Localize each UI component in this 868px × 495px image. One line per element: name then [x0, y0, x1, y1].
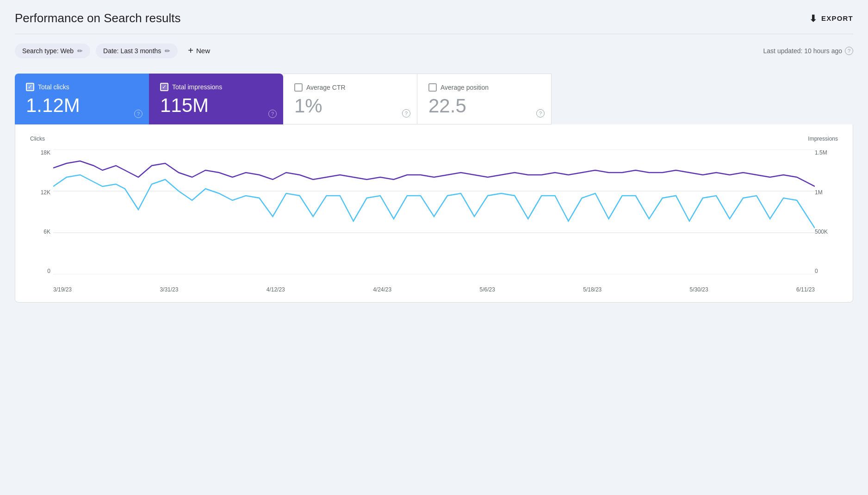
metric-card-total-clicks[interactable]: ✓ Total clicks 1.12M ? [15, 74, 149, 124]
search-type-filter[interactable]: Search type: Web ✏ [15, 43, 90, 58]
y-tick-right-1m: 1M [815, 189, 823, 196]
export-label: EXPORT [821, 14, 853, 22]
total-clicks-help: ? [134, 109, 143, 118]
search-type-label: Search type: Web [22, 47, 74, 55]
page-title: Performance on Search results [15, 11, 180, 25]
average-ctr-checkbox[interactable] [294, 83, 303, 92]
new-filter-button[interactable]: + New [183, 43, 215, 59]
metric-card-total-impressions[interactable]: ✓ Total impressions 115M ? [149, 74, 283, 124]
export-button[interactable]: ⬇ EXPORT [809, 13, 853, 24]
x-label-3: 4/24/23 [373, 286, 391, 293]
total-clicks-label: Total clicks [38, 83, 69, 91]
total-impressions-label: Total impressions [172, 83, 222, 91]
average-ctr-value: 1% [294, 95, 406, 117]
x-label-7: 6/11/23 [796, 286, 815, 293]
edit-search-type-icon: ✏ [77, 47, 83, 55]
x-label-2: 4/12/23 [267, 286, 285, 293]
date-label: Date: Last 3 months [103, 47, 161, 55]
chart-area: Clicks Impressions 18K 12K 6K 0 1.5M 1M … [30, 136, 838, 293]
x-labels: 3/19/23 3/31/23 4/12/23 4/24/23 5/6/23 5… [53, 286, 815, 293]
y-ticks-right: 1.5M 1M 500K 0 [815, 149, 838, 274]
chart-svg [53, 149, 815, 274]
header-row: Performance on Search results ⬇ EXPORT [15, 11, 853, 25]
page-container: Performance on Search results ⬇ EXPORT S… [0, 0, 868, 317]
y-tick-left-0: 0 [47, 268, 50, 274]
average-position-help-icon[interactable]: ? [536, 109, 545, 118]
last-updated-text: Last updated: 10 hours ago [763, 47, 842, 55]
y-tick-right-0: 0 [815, 268, 818, 274]
new-label: New [196, 47, 210, 55]
y-tick-right-500k: 500K [815, 229, 828, 235]
total-impressions-value: 115M [160, 95, 272, 116]
total-clicks-value: 1.12M [26, 95, 138, 116]
last-updated-help-icon[interactable]: ? [845, 47, 853, 55]
y-tick-right-1-5m: 1.5M [815, 149, 827, 156]
metrics-row: ✓ Total clicks 1.12M ? ✓ Total impressio… [15, 74, 853, 124]
y-axis-right-label: Impressions [808, 136, 838, 142]
clicks-line [53, 175, 815, 228]
total-clicks-help-icon[interactable]: ? [134, 110, 143, 118]
y-axis-left-label: Clicks [30, 136, 45, 142]
metric-card-average-position[interactable]: Average position 22.5 ? [417, 74, 552, 124]
metric-card-average-ctr[interactable]: Average CTR 1% ? [283, 74, 417, 124]
chart-container: Clicks Impressions 18K 12K 6K 0 1.5M 1M … [15, 124, 853, 303]
average-ctr-label: Average CTR [306, 84, 346, 91]
edit-date-icon: ✏ [165, 47, 170, 55]
x-label-6: 5/30/23 [690, 286, 708, 293]
y-tick-left-18k: 18K [41, 149, 50, 156]
y-ticks-left: 18K 12K 6K 0 [30, 149, 50, 274]
impressions-line [53, 161, 815, 186]
x-label-5: 5/18/23 [583, 286, 601, 293]
average-ctr-help: ? [402, 109, 410, 118]
total-impressions-checkbox[interactable]: ✓ [160, 83, 168, 91]
last-updated: Last updated: 10 hours ago ? [763, 47, 853, 55]
average-position-help: ? [536, 109, 545, 118]
x-label-0: 3/19/23 [53, 286, 72, 293]
x-label-1: 3/31/23 [160, 286, 178, 293]
y-tick-left-6k: 6K [43, 229, 50, 235]
average-ctr-help-icon[interactable]: ? [402, 109, 410, 118]
filter-row: Search type: Web ✏ Date: Last 3 months ✏… [15, 43, 853, 59]
average-position-checkbox[interactable] [428, 83, 437, 92]
x-label-4: 5/6/23 [480, 286, 495, 293]
plus-icon: + [188, 45, 193, 56]
total-impressions-help: ? [268, 109, 277, 118]
average-position-value: 22.5 [428, 95, 540, 117]
export-icon: ⬇ [809, 13, 818, 24]
y-tick-left-12k: 12K [41, 189, 50, 196]
header-divider [15, 34, 853, 34]
average-position-label: Average position [440, 84, 489, 91]
total-clicks-checkbox[interactable]: ✓ [26, 83, 34, 91]
date-filter[interactable]: Date: Last 3 months ✏ [96, 43, 178, 58]
total-impressions-help-icon[interactable]: ? [268, 110, 277, 118]
